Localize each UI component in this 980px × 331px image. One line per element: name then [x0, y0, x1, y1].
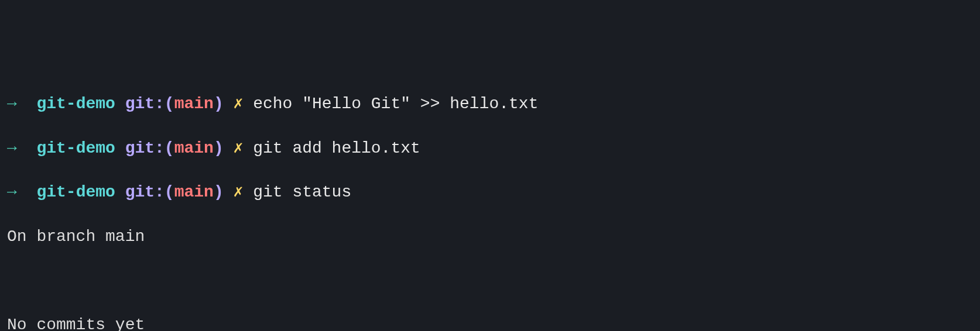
prompt-dirty-icon: ✗ [234, 139, 244, 157]
output-blank-1 [7, 270, 973, 292]
output-no-commits: No commits yet [7, 314, 973, 331]
prompt-git-prefix: git:( [125, 139, 174, 157]
prompt-git-prefix: git:( [125, 95, 174, 113]
prompt-branch: main [174, 95, 214, 113]
output-branch: On branch main [7, 226, 973, 248]
prompt-arrow-icon: → [7, 95, 17, 113]
prompt-arrow-icon: → [7, 139, 17, 157]
prompt-git-suffix: ) [214, 183, 224, 201]
prompt-branch: main [174, 183, 214, 201]
prompt-branch: main [174, 139, 214, 157]
command-2: git add hello.txt [253, 139, 420, 157]
prompt-line-1[interactable]: → git-demo git:(main) ✗ echo "Hello Git"… [7, 93, 973, 115]
prompt-git-prefix: git:( [125, 183, 174, 201]
prompt-line-3[interactable]: → git-demo git:(main) ✗ git status [7, 181, 973, 204]
prompt-dir: git-demo [36, 183, 115, 201]
prompt-git-suffix: ) [214, 139, 224, 157]
prompt-arrow-icon: → [7, 183, 17, 201]
prompt-dirty-icon: ✗ [234, 95, 244, 113]
command-3: git status [253, 183, 351, 201]
prompt-line-2[interactable]: → git-demo git:(main) ✗ git add hello.tx… [7, 137, 973, 160]
prompt-dir: git-demo [36, 139, 115, 157]
command-1: echo "Hello Git" >> hello.txt [253, 95, 538, 113]
prompt-dir: git-demo [36, 95, 115, 113]
prompt-dirty-icon: ✗ [234, 183, 244, 201]
prompt-git-suffix: ) [214, 95, 224, 113]
